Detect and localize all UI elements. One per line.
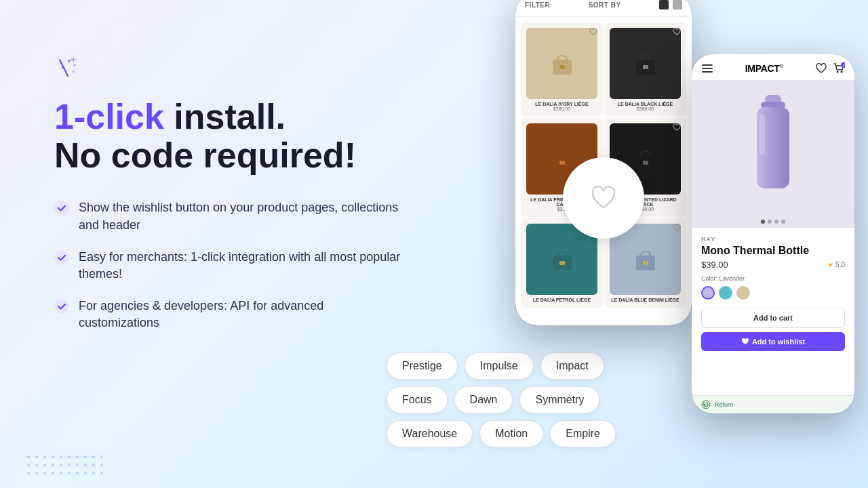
cart-icon[interactable]: 1 bbox=[833, 62, 845, 75]
phones-container: FILTER SORT BY bbox=[475, 0, 868, 488]
bottle-svg bbox=[746, 94, 800, 202]
wishlist-magnify-overlay bbox=[563, 157, 644, 239]
svg-point-3 bbox=[62, 67, 64, 69]
phone-mockup-2: IMPACT® 1 bbox=[692, 54, 854, 413]
wishlist-button-label: Add to wishlist bbox=[752, 338, 805, 346]
phone2-brand: HAY bbox=[701, 236, 845, 243]
check-icon-3 bbox=[54, 299, 69, 314]
bag-svg-6 bbox=[631, 245, 660, 274]
svg-point-9 bbox=[54, 299, 69, 314]
svg-point-31 bbox=[837, 71, 839, 73]
dot-4 bbox=[781, 220, 785, 224]
color-value: Lavender bbox=[719, 275, 745, 282]
theme-pill-focus[interactable]: Focus bbox=[387, 386, 448, 413]
dot-2 bbox=[768, 220, 772, 224]
color-label-row: Color: Lavender bbox=[701, 275, 845, 282]
bag-svg-1 bbox=[547, 49, 577, 79]
product-name-5: LE DALIA PETROL LIÈGE bbox=[526, 298, 597, 302]
list-icon[interactable] bbox=[673, 0, 682, 9]
return-label: Return bbox=[715, 401, 733, 408]
feature-text-3: For agencies & developers: API for advan… bbox=[79, 298, 407, 331]
phone1-sort-label[interactable]: SORT BY bbox=[589, 1, 621, 9]
wishlist-heart-4[interactable] bbox=[671, 122, 682, 133]
svg-point-2 bbox=[74, 64, 76, 66]
product-image-1 bbox=[526, 28, 597, 99]
heart-icon[interactable] bbox=[815, 62, 827, 75]
bag-svg-3 bbox=[547, 144, 577, 174]
svg-point-8 bbox=[54, 250, 69, 265]
product-price-2: $380.00 bbox=[610, 106, 681, 111]
phone2-header: IMPACT® 1 bbox=[692, 54, 854, 80]
feature-item-1: Show the wishlist button on your product… bbox=[54, 199, 407, 233]
add-to-cart-button[interactable]: Add to cart bbox=[701, 308, 845, 328]
wishlist-heart-icon bbox=[741, 338, 749, 346]
hamburger-icon[interactable] bbox=[701, 62, 713, 75]
svg-point-7 bbox=[54, 201, 69, 216]
svg-point-4 bbox=[73, 71, 75, 73]
headline-rest: install. bbox=[164, 97, 285, 136]
phone1-product-grid: LE DALIA IVORY LIÈGE $380.00 bbox=[515, 17, 692, 313]
swatch-sand[interactable] bbox=[736, 286, 750, 300]
rating-value: 5.0 bbox=[835, 261, 845, 268]
phone2-product-image bbox=[692, 80, 854, 216]
check-icon-1 bbox=[54, 201, 69, 216]
trademark-symbol: ® bbox=[780, 63, 784, 69]
headline-highlight: 1-click bbox=[54, 97, 164, 136]
return-icon bbox=[701, 400, 711, 409]
bag-svg-5 bbox=[547, 245, 577, 274]
product-image-2 bbox=[610, 28, 681, 99]
phone2-price-row: $39.00 ★ 5.0 bbox=[701, 260, 845, 270]
theme-pill-prestige[interactable]: Prestige bbox=[387, 352, 458, 380]
wishlist-heart-2[interactable] bbox=[671, 26, 682, 37]
phone2-header-icons: 1 bbox=[815, 62, 845, 75]
phone1-view-icons bbox=[659, 0, 682, 9]
swatch-lavender[interactable] bbox=[701, 286, 715, 300]
dot-1 bbox=[761, 220, 765, 224]
add-to-wishlist-button[interactable]: Add to wishlist bbox=[701, 332, 845, 351]
phone2-price: $39.00 bbox=[701, 260, 728, 270]
theme-pill-warehouse[interactable]: Warehouse bbox=[387, 420, 473, 447]
bag-svg-4 bbox=[631, 144, 660, 174]
check-icon-2 bbox=[54, 250, 69, 265]
phone1-filter-label[interactable]: FILTER bbox=[525, 1, 550, 9]
wishlist-heart-6[interactable] bbox=[671, 222, 682, 233]
magic-wand-icon bbox=[54, 54, 81, 81]
bag-svg-2 bbox=[631, 49, 660, 79]
product-card-2[interactable]: LE DALIA BLACK LIÈGE $380.00 bbox=[604, 22, 686, 117]
svg-point-1 bbox=[68, 60, 71, 62]
product-name-1: LE DALIA IVORY LIÈGE bbox=[526, 102, 597, 106]
star-icon: ★ bbox=[827, 261, 833, 268]
phone-mockup-1: FILTER SORT BY bbox=[515, 0, 692, 325]
phone2-product-info: HAY Mono Thermal Bottle $39.00 ★ 5.0 Col… bbox=[692, 228, 854, 395]
color-label: Color: bbox=[701, 275, 717, 282]
feature-item-2: Easy for merchants: 1-click integration … bbox=[54, 249, 407, 283]
wishlist-heart-1[interactable] bbox=[588, 26, 599, 37]
product-card-1[interactable]: LE DALIA IVORY LIÈGE $380.00 bbox=[521, 22, 603, 117]
phone2-return-bar: Return bbox=[692, 395, 854, 413]
phone2-image-dots bbox=[692, 216, 854, 228]
phone2-app-title: IMPACT® bbox=[745, 63, 783, 74]
features-list: Show the wishlist button on your product… bbox=[54, 199, 407, 331]
color-swatches bbox=[701, 286, 845, 300]
dot-grid-decoration bbox=[27, 455, 103, 474]
main-headline: 1-click install. No code required! bbox=[54, 98, 407, 175]
left-panel: 1-click install. No code required! Show … bbox=[54, 54, 407, 332]
magnified-heart-icon bbox=[590, 184, 617, 211]
phone2-product-name: Mono Thermal Bottle bbox=[701, 244, 845, 257]
product-price-1: $380.00 bbox=[526, 106, 597, 111]
swatch-teal[interactable] bbox=[719, 286, 732, 300]
svg-rect-38 bbox=[760, 114, 765, 155]
product-name-6: LE DALIA BLUE DENIM LIÈGE bbox=[610, 298, 681, 302]
feature-text-2: Easy for merchants: 1-click integration … bbox=[79, 249, 407, 283]
grid-icon[interactable] bbox=[659, 0, 669, 9]
dot-3 bbox=[774, 220, 778, 224]
feature-text-1: Show the wishlist button on your product… bbox=[79, 199, 407, 233]
svg-point-32 bbox=[841, 71, 843, 73]
svg-line-0 bbox=[60, 60, 68, 76]
svg-text:1: 1 bbox=[843, 64, 845, 68]
headline-line2: No code required! bbox=[54, 136, 356, 175]
phone2-rating: ★ 5.0 bbox=[827, 261, 845, 268]
feature-item-3: For agencies & developers: API for advan… bbox=[54, 298, 407, 331]
phone1-header: FILTER SORT BY bbox=[515, 0, 692, 17]
product-name-2: LE DALIA BLACK LIÈGE bbox=[610, 102, 681, 106]
